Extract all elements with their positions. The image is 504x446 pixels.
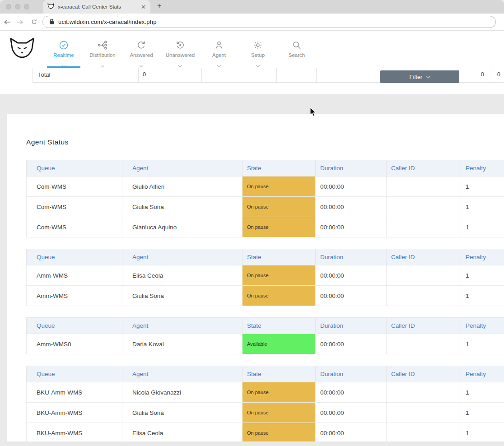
agent-cell: Nicola Giovanazzi (122, 382, 243, 403)
totals-value: 0 (481, 71, 484, 78)
window-minimize-button[interactable] (15, 4, 20, 9)
column-header-state[interactable]: State (243, 318, 316, 334)
url-address-bar[interactable]: ucit.wildixin.com/x-caracal/index.php (42, 16, 496, 28)
queue-cell: Amm-WMS0 (27, 334, 122, 354)
penalty-cell: 1 (461, 286, 504, 306)
column-header-queue[interactable]: Queue (27, 366, 122, 382)
status-badge: On pause (243, 265, 315, 285)
column-header-state[interactable]: State (243, 160, 316, 177)
status-badge: Available (243, 334, 315, 354)
column-header-queue[interactable]: Queue (27, 318, 122, 334)
column-header-agent[interactable]: Agent (122, 318, 243, 334)
agent-status-panel: Agent Status Queue Agent State Duration … (7, 114, 504, 441)
status-badge: On pause (243, 423, 315, 441)
callerid-cell (387, 286, 461, 306)
table-row: Com-WMS Giulio Alfieri On pause 00:00:00… (27, 177, 504, 197)
status-badge: On pause (243, 197, 315, 217)
column-header-callerid[interactable]: Caller ID (387, 366, 461, 382)
browser-tab[interactable]: x-caracal: Call Center Stats ✕ (43, 0, 150, 14)
answered-call-icon (122, 40, 161, 51)
table-row: BKU-Amm-WMS Nicola Giovanazzi On pause 0… (27, 382, 504, 403)
column-header-duration[interactable]: Duration (316, 366, 387, 382)
nav-label: Distribution (83, 52, 122, 58)
agent-status-table: Queue Agent State Duration Caller ID Pen… (26, 317, 504, 354)
totals-strip: Total 0 0 0 Filter (0, 68, 504, 94)
column-header-queue[interactable]: Queue (27, 249, 122, 265)
page-title: Agent Status (26, 138, 504, 146)
totals-label: Total (38, 71, 50, 78)
nav-item-agent[interactable]: Agent (200, 31, 238, 68)
column-header-penalty[interactable]: Penalty (461, 366, 504, 382)
nav-label: Realtime (44, 52, 83, 58)
column-header-duration[interactable]: Duration (316, 249, 387, 265)
column-header-agent[interactable]: Agent (122, 249, 243, 265)
queue-cell: BKU-Amm-WMS (27, 403, 122, 423)
totals-value: 0 (143, 71, 146, 78)
callerid-cell (387, 197, 461, 217)
window-close-button[interactable] (6, 4, 11, 9)
duration-cell: 00:00:00 (316, 197, 387, 217)
agent-person-icon (200, 40, 238, 51)
callerid-cell (387, 177, 461, 197)
nav-item-setup[interactable]: Setup (238, 31, 277, 68)
nav-item-distribution[interactable]: Distribution (83, 31, 122, 68)
tab-close-icon[interactable]: ✕ (141, 4, 146, 10)
nav-item-search[interactable]: Search (277, 31, 316, 68)
status-badge: On pause (243, 382, 315, 402)
column-header-duration[interactable]: Duration (316, 160, 387, 177)
penalty-cell: 1 (461, 265, 504, 286)
table-header-row: Queue Agent State Duration Caller ID Pen… (27, 366, 504, 382)
chevron-down-icon (200, 60, 238, 64)
table-header-row: Queue Agent State Duration Caller ID Pen… (27, 318, 504, 334)
reload-button[interactable] (27, 19, 41, 25)
queue-cell: Amm-WMS (27, 286, 122, 306)
column-header-agent[interactable]: Agent (122, 160, 243, 177)
totals-row: Total 0 0 0 Filter (33, 68, 504, 83)
app-navbar: Realtime Distribution Answered Unanswere… (0, 31, 504, 68)
nav-label: Setup (238, 52, 277, 58)
column-header-callerid[interactable]: Caller ID (387, 318, 461, 334)
forward-button[interactable] (14, 19, 27, 25)
column-header-callerid[interactable]: Caller ID (387, 249, 461, 265)
mouse-cursor (310, 107, 318, 120)
column-header-state[interactable]: State (243, 366, 316, 382)
chevron-down-icon (161, 60, 200, 64)
column-header-penalty[interactable]: Penalty (461, 249, 504, 265)
wildix-logo-icon (9, 37, 35, 62)
table-header-row: Queue Agent State Duration Caller ID Pen… (27, 160, 504, 177)
table-header-row: Queue Agent State Duration Caller ID Pen… (27, 249, 504, 265)
unanswered-call-icon (161, 40, 200, 51)
column-header-agent[interactable]: Agent (122, 366, 243, 382)
table-row: Amm-WMS0 Daria Koval Available 00:00:00 … (27, 334, 504, 354)
nav-item-answered[interactable]: Answered (122, 31, 161, 68)
penalty-cell: 1 (461, 217, 504, 237)
agent-cell: Gianluca Aquino (122, 217, 243, 237)
column-header-duration[interactable]: Duration (316, 318, 387, 334)
status-badge: On pause (243, 403, 315, 423)
agent-cell: Giulia Sona (122, 197, 243, 217)
table-row: BKU-Amm-WMS Elisa Ceola On pause 00:00:0… (27, 423, 504, 442)
window-titlebar: x-caracal: Call Center Stats ✕ + (0, 0, 504, 14)
duration-cell: 00:00:00 (316, 382, 387, 403)
filter-button[interactable]: Filter (380, 70, 459, 83)
chevron-down-icon (44, 60, 83, 64)
column-header-callerid[interactable]: Caller ID (387, 160, 461, 177)
column-header-penalty[interactable]: Penalty (461, 318, 504, 334)
back-button[interactable] (0, 19, 14, 25)
queue-cell: BKU-Amm-WMS (27, 423, 122, 442)
column-header-state[interactable]: State (243, 249, 316, 265)
nav-label: Search (277, 52, 316, 58)
nav-item-unanswered[interactable]: Unanswered (161, 31, 200, 68)
queue-cell: BKU-Amm-WMS (27, 382, 122, 403)
tab-title: x-caracal: Call Center Stats (58, 4, 137, 9)
clock-check-icon (44, 40, 83, 51)
window-maximize-button[interactable] (24, 4, 29, 9)
new-tab-button[interactable]: + (157, 2, 161, 10)
chevron-down-icon (238, 60, 277, 64)
column-header-penalty[interactable]: Penalty (461, 160, 504, 177)
nav-label: Unanswered (161, 52, 200, 58)
nav-item-realtime[interactable]: Realtime (44, 31, 83, 68)
duration-cell: 00:00:00 (316, 334, 387, 354)
duration-cell: 00:00:00 (316, 403, 387, 423)
column-header-queue[interactable]: Queue (27, 160, 122, 177)
